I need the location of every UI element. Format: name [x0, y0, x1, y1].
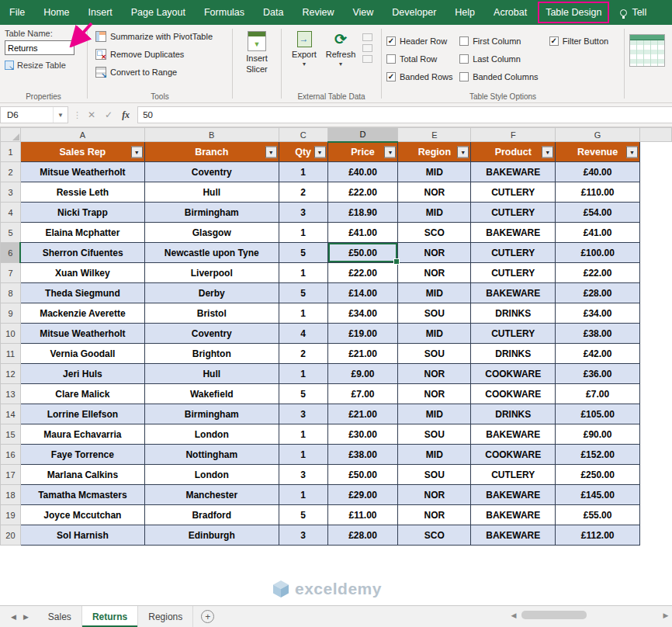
enter-icon[interactable]: ✓	[105, 109, 113, 120]
cell-C3[interactable]: 2	[279, 182, 327, 203]
cell-E13[interactable]: NOR	[398, 384, 471, 404]
row-header-1[interactable]: 1	[1, 142, 21, 162]
cell-B2[interactable]: Coventry	[144, 162, 279, 182]
sheet-tab-sales[interactable]: Sales	[38, 606, 82, 627]
row-header-4[interactable]: 4	[1, 203, 21, 223]
row-header-12[interactable]: 12	[1, 364, 21, 384]
row-header-19[interactable]: 19	[1, 505, 21, 525]
tools-button-remove-duplicates[interactable]: Remove Duplicates	[92, 45, 227, 63]
checkbox-first-column[interactable]: First Column	[459, 32, 549, 50]
sheet-tab-returns[interactable]: Returns	[82, 606, 138, 627]
cell-A9[interactable]: Mackenzie Averette	[20, 303, 144, 324]
ribbon-tab-page-layout[interactable]: Page Layout	[122, 0, 195, 25]
cell-B8[interactable]: Derby	[144, 283, 279, 303]
checkbox-filter-button[interactable]: ✓Filter Button	[549, 32, 619, 50]
cell-B13[interactable]: Wakefield	[144, 384, 279, 404]
cell-B18[interactable]: Manchester	[144, 485, 279, 505]
cell-B15[interactable]: London	[144, 424, 279, 445]
row-header-11[interactable]: 11	[1, 344, 21, 364]
cell-G18[interactable]: £145.00	[556, 485, 640, 505]
cell-F5[interactable]: BAKEWARE	[471, 223, 556, 243]
sheet-nav-left-icon[interactable]: ◀	[11, 613, 16, 621]
cell-A8[interactable]: Theda Siegmund	[20, 283, 144, 303]
insert-function-icon[interactable]: fx	[122, 109, 130, 121]
cell-F16[interactable]: COOKWARE	[471, 445, 556, 465]
cell-A20[interactable]: Sol Harnish	[20, 525, 144, 546]
cell-B19[interactable]: Bradford	[144, 505, 279, 525]
cell-G13[interactable]: £7.00	[556, 384, 640, 404]
cell-E20[interactable]: SCO	[398, 525, 471, 546]
filter-dropdown-revenue[interactable]: ▼	[626, 146, 638, 158]
row-header-2[interactable]: 2	[1, 162, 21, 182]
cell-A3[interactable]: Ressie Leth	[20, 182, 144, 203]
cell-A19[interactable]: Joyce Mccutchan	[20, 505, 144, 525]
cell-D9[interactable]: £34.00	[327, 303, 398, 324]
table-name-input[interactable]	[5, 40, 74, 55]
cell-F9[interactable]: DRINKS	[471, 303, 556, 324]
cell-C8[interactable]: 5	[279, 283, 327, 303]
row-header-15[interactable]: 15	[1, 424, 21, 445]
ribbon-tab-help[interactable]: Help	[445, 0, 484, 25]
cell-C11[interactable]: 2	[279, 344, 327, 364]
table-header-product[interactable]: Product▼	[471, 142, 556, 162]
ribbon-tab-tell[interactable]: Tell	[611, 0, 656, 25]
resize-table-button[interactable]: Resize Table	[5, 61, 82, 70]
cell-A13[interactable]: Clare Malick	[20, 384, 144, 404]
cell-E8[interactable]: MID	[398, 283, 471, 303]
cell-D17[interactable]: £50.00	[327, 465, 398, 485]
cell-A14[interactable]: Lorrine Ellefson	[20, 404, 144, 424]
checkbox-last-column[interactable]: Last Column	[459, 50, 549, 68]
row-header-18[interactable]: 18	[1, 485, 21, 505]
cell-G14[interactable]: £105.00	[556, 404, 640, 424]
cell-F15[interactable]: BAKEWARE	[471, 424, 556, 445]
cell-C2[interactable]: 1	[279, 162, 327, 182]
cell-F10[interactable]: CUTLERY	[471, 324, 556, 344]
filter-dropdown-price[interactable]: ▼	[384, 146, 396, 158]
cell-C14[interactable]: 3	[279, 404, 327, 424]
column-header-D[interactable]: D	[327, 128, 398, 142]
row-header-7[interactable]: 7	[1, 263, 21, 283]
row-header-10[interactable]: 10	[1, 324, 21, 344]
cell-G19[interactable]: £55.00	[556, 505, 640, 525]
scroll-right-icon[interactable]: ▶	[660, 611, 672, 619]
ribbon-tab-data[interactable]: Data	[254, 0, 293, 25]
cell-E3[interactable]: NOR	[398, 182, 471, 203]
cell-G7[interactable]: £22.00	[556, 263, 640, 283]
cell-F19[interactable]: BAKEWARE	[471, 505, 556, 525]
cell-E15[interactable]: SOU	[398, 424, 471, 445]
cell-A10[interactable]: Mitsue Weatherholt	[20, 324, 144, 344]
cell-B7[interactable]: Liverpool	[144, 263, 279, 283]
checkbox-banded-rows[interactable]: ✓Banded Rows	[386, 68, 459, 85]
cell-C13[interactable]: 5	[279, 384, 327, 404]
cell-D12[interactable]: £9.00	[327, 364, 398, 384]
cell-D11[interactable]: £21.00	[327, 344, 398, 364]
cell-D13[interactable]: £7.00	[327, 384, 398, 404]
row-header-9[interactable]: 9	[1, 303, 21, 324]
table-header-region[interactable]: Region▼	[398, 142, 471, 162]
scrollbar-track[interactable]	[520, 611, 660, 619]
cell-E19[interactable]: NOR	[398, 505, 471, 525]
column-header-G[interactable]: G	[556, 128, 640, 142]
cell-F7[interactable]: CUTLERY	[471, 263, 556, 283]
cell-A17[interactable]: Marlana Calkins	[20, 465, 144, 485]
cell-F12[interactable]: COOKWARE	[471, 364, 556, 384]
table-header-branch[interactable]: Branch▼	[144, 142, 279, 162]
cell-G8[interactable]: £28.00	[556, 283, 640, 303]
cell-A11[interactable]: Vernia Goodall	[20, 344, 144, 364]
cell-E9[interactable]: SOU	[398, 303, 471, 324]
cell-C7[interactable]: 1	[279, 263, 327, 283]
cell-C12[interactable]: 1	[279, 364, 327, 384]
cell-A4[interactable]: Nicki Trapp	[20, 203, 144, 223]
table-header-qty[interactable]: Qty▼	[279, 142, 327, 162]
ribbon-tab-home[interactable]: Home	[34, 0, 78, 25]
cell-D5[interactable]: £41.00	[327, 223, 398, 243]
filter-dropdown-sales-rep[interactable]: ▼	[131, 146, 143, 158]
cell-E17[interactable]: SOU	[398, 465, 471, 485]
tools-button-summarize-with-pivottable[interactable]: Summarize with PivotTable	[92, 27, 227, 45]
cell-E12[interactable]: NOR	[398, 364, 471, 384]
cell-G11[interactable]: £42.00	[556, 344, 640, 364]
cell-A18[interactable]: Tamatha Mcmasters	[20, 485, 144, 505]
chevron-down-icon[interactable]: ▼	[53, 107, 68, 123]
cell-C19[interactable]: 5	[279, 505, 327, 525]
cell-B14[interactable]: Birmingham	[144, 404, 279, 424]
